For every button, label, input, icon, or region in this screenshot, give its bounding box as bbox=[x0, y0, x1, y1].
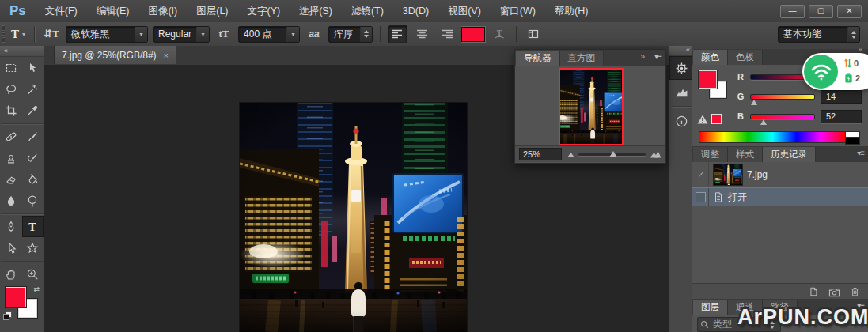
gamut-color-swatch[interactable] bbox=[711, 114, 722, 124]
align-left-button[interactable] bbox=[388, 25, 407, 43]
delete-trash-icon[interactable] bbox=[850, 286, 860, 297]
history-brush-source-well[interactable] bbox=[692, 188, 709, 206]
new-document-from-state-icon[interactable] bbox=[808, 286, 819, 297]
menu-layer[interactable]: 图层(L) bbox=[187, 1, 237, 22]
menu-3d[interactable]: 3D(D) bbox=[393, 1, 438, 22]
spectrum-black-swatch[interactable] bbox=[845, 137, 860, 145]
zoom-slider-thumb[interactable] bbox=[609, 151, 617, 157]
warp-text-button[interactable]: T bbox=[490, 25, 509, 43]
anti-alias-select[interactable]: 浑厚 bbox=[328, 26, 373, 43]
panel-menu-icon[interactable]: ▾≡ bbox=[654, 52, 661, 61]
align-right-button[interactable] bbox=[437, 25, 457, 43]
align-center-button[interactable] bbox=[412, 25, 432, 43]
history-source-checkbox[interactable] bbox=[696, 192, 706, 202]
dodge-tool[interactable] bbox=[22, 190, 44, 211]
swap-colors-icon[interactable]: ⇄ bbox=[33, 285, 40, 293]
custom-shape-tool[interactable] bbox=[22, 237, 44, 258]
close-button[interactable]: ✕ bbox=[837, 5, 862, 18]
move-tool[interactable] bbox=[22, 57, 44, 78]
maximize-button[interactable]: ▢ bbox=[809, 5, 833, 18]
minimize-button[interactable]: — bbox=[780, 5, 805, 18]
menu-filter[interactable]: 滤镜(T) bbox=[342, 1, 393, 22]
text-orientation-toggle[interactable]: ⇵T bbox=[42, 25, 61, 43]
crop-tool[interactable] bbox=[1, 100, 22, 121]
tools-panel: « bbox=[0, 46, 44, 332]
green-value-field[interactable]: 14 bbox=[821, 90, 862, 104]
document-tab[interactable]: 7.jpg @ 25%(RGB/8#) × bbox=[54, 46, 176, 64]
screen-mode-button[interactable] bbox=[22, 326, 44, 332]
clone-stamp-tool[interactable] bbox=[1, 147, 22, 168]
blue-value-field[interactable]: 52 bbox=[821, 110, 862, 123]
history-brush-source-well[interactable] bbox=[692, 162, 709, 187]
brush-tool[interactable] bbox=[22, 126, 44, 147]
history-snapshot-row[interactable]: 7.jpg bbox=[692, 162, 868, 187]
color-spectrum-ramp[interactable] bbox=[699, 131, 846, 143]
blur-tool[interactable] bbox=[1, 190, 22, 211]
toggle-panels-button[interactable] bbox=[524, 25, 543, 43]
hand-tool[interactable] bbox=[1, 263, 22, 285]
options-bar-grip[interactable] bbox=[2, 25, 5, 43]
tool-preset-picker[interactable]: T ▾ bbox=[9, 28, 27, 41]
navigator-view-box[interactable] bbox=[559, 68, 624, 145]
horizontal-type-tool[interactable]: T bbox=[22, 216, 44, 237]
document-image[interactable] bbox=[240, 103, 467, 332]
zoom-tool[interactable] bbox=[22, 263, 44, 285]
menu-type[interactable]: 文字(Y) bbox=[238, 1, 290, 22]
eyedropper-tool[interactable] bbox=[22, 100, 44, 121]
info-panel-button[interactable] bbox=[669, 109, 693, 133]
new-snapshot-camera-icon[interactable] bbox=[828, 287, 840, 297]
rectangular-marquee-tool[interactable] bbox=[1, 57, 22, 78]
menu-image[interactable]: 图像(I) bbox=[138, 1, 187, 22]
menu-file[interactable]: 文件(F) bbox=[36, 1, 87, 22]
lasso-tool[interactable] bbox=[1, 78, 22, 100]
menu-select[interactable]: 选择(S) bbox=[290, 1, 342, 22]
paint-bucket-tool[interactable] bbox=[22, 168, 44, 190]
history-state-row-open[interactable]: 打开 bbox=[692, 187, 868, 206]
tab-layers[interactable]: 图层 bbox=[693, 300, 728, 315]
collapse-panel-icon[interactable]: » bbox=[640, 52, 645, 61]
zoom-slider[interactable] bbox=[567, 150, 661, 158]
quick-mask-button[interactable] bbox=[1, 326, 22, 332]
blue-slider[interactable] bbox=[750, 114, 815, 119]
menu-window[interactable]: 窗口(W) bbox=[491, 1, 545, 22]
font-style-select[interactable]: Regular ▾ bbox=[153, 26, 210, 43]
workspace-select[interactable]: 基本功能 bbox=[778, 26, 860, 43]
blue-slider-thumb[interactable] bbox=[760, 119, 767, 125]
tab-swatches[interactable]: 色板 bbox=[728, 50, 763, 65]
menu-view[interactable]: 视图(V) bbox=[438, 1, 491, 22]
font-family-select[interactable]: 微软雅黑 ▾ bbox=[66, 26, 148, 43]
tab-histogram[interactable]: 直方图 bbox=[560, 51, 605, 66]
histogram-panel-button[interactable] bbox=[669, 80, 693, 104]
history-brush-tool[interactable] bbox=[22, 147, 44, 168]
tab-styles[interactable]: 样式 bbox=[728, 147, 763, 162]
default-colors-icon[interactable] bbox=[3, 311, 12, 320]
zoom-out-mountain-icon[interactable] bbox=[567, 151, 574, 157]
expand-panels-icon[interactable]: « bbox=[669, 46, 693, 56]
tab-navigator[interactable]: 导航器 bbox=[516, 51, 560, 66]
path-selection-tool[interactable] bbox=[1, 237, 22, 258]
font-size-select[interactable]: 400 点 ▾ bbox=[238, 26, 300, 43]
tab-color[interactable]: 颜色 bbox=[693, 50, 728, 65]
text-color-swatch[interactable] bbox=[461, 27, 485, 42]
foreground-color-swatch[interactable] bbox=[6, 287, 26, 307]
zoom-level-field[interactable]: 25% bbox=[519, 148, 562, 160]
toolbar-collapse-arrow[interactable]: « bbox=[0, 46, 44, 57]
wifi-status-overlay[interactable]: 0 2 bbox=[802, 53, 868, 90]
magic-wand-tool[interactable] bbox=[22, 78, 44, 100]
panel-menu-icon[interactable]: ▾≡ bbox=[857, 149, 864, 157]
zoom-slider-track[interactable] bbox=[578, 153, 646, 156]
wifi-icon[interactable] bbox=[804, 55, 838, 89]
green-slider-thumb[interactable] bbox=[751, 100, 757, 105]
close-tab-icon[interactable]: × bbox=[164, 51, 169, 60]
navigator-panel-button[interactable] bbox=[669, 56, 693, 80]
menu-edit[interactable]: 编辑(E) bbox=[87, 1, 139, 22]
pen-tool[interactable] bbox=[1, 216, 22, 237]
tab-adjustments[interactable]: 调整 bbox=[693, 147, 728, 162]
green-slider[interactable] bbox=[750, 94, 815, 100]
tab-history[interactable]: 历史记录 bbox=[763, 147, 816, 162]
spot-healing-brush-tool[interactable] bbox=[1, 126, 22, 147]
menu-help[interactable]: 帮助(H) bbox=[545, 1, 597, 22]
eraser-tool[interactable] bbox=[1, 168, 22, 190]
foreground-color-swatch[interactable] bbox=[699, 70, 717, 89]
zoom-in-mountain-icon[interactable] bbox=[650, 150, 661, 158]
